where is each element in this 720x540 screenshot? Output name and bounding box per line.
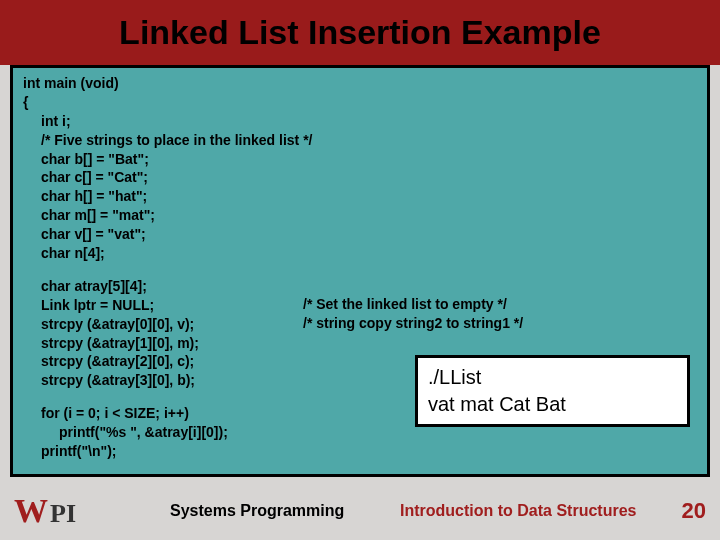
footer-right-text: Introduction to Data Structures [400, 502, 636, 520]
code-line: char m[] = "mat"; [23, 206, 697, 225]
code-line: char h[] = "hat"; [23, 187, 697, 206]
code-line: int i; [23, 112, 697, 131]
code-line: strcpy (&atray[1][0], m); [23, 334, 697, 353]
output-box: ./LList vat mat Cat Bat [415, 355, 690, 427]
output-line: vat mat Cat Bat [428, 391, 677, 418]
footer-center-text: Systems Programming [170, 502, 344, 520]
code-line: char atray[5][4]; [23, 277, 697, 296]
code-line: char n[4]; [23, 244, 697, 263]
code-line: char v[] = "vat"; [23, 225, 697, 244]
code-line: { [23, 93, 697, 112]
code-line: printf("\n"); [23, 442, 697, 461]
footer: W PI Systems Programming Introduction to… [0, 482, 720, 540]
code-line: int main (void) [23, 74, 697, 93]
code-line: /* Five strings to place in the linked l… [23, 131, 697, 150]
logo-pi: PI [50, 499, 76, 529]
code-comments: /* Set the linked list to empty */ /* st… [303, 295, 523, 333]
code-comment: /* Set the linked list to empty */ [303, 295, 523, 314]
code-line: char c[] = "Cat"; [23, 168, 697, 187]
output-line: ./LList [428, 364, 677, 391]
wpi-logo: W PI [14, 492, 76, 530]
logo-w: W [14, 492, 48, 530]
code-line: char b[] = "Bat"; [23, 150, 697, 169]
code-comment: /* string copy string2 to string1 */ [303, 314, 523, 333]
slide-title: Linked List Insertion Example [119, 13, 601, 52]
title-bar: Linked List Insertion Example [0, 0, 720, 65]
page-number: 20 [682, 498, 706, 524]
